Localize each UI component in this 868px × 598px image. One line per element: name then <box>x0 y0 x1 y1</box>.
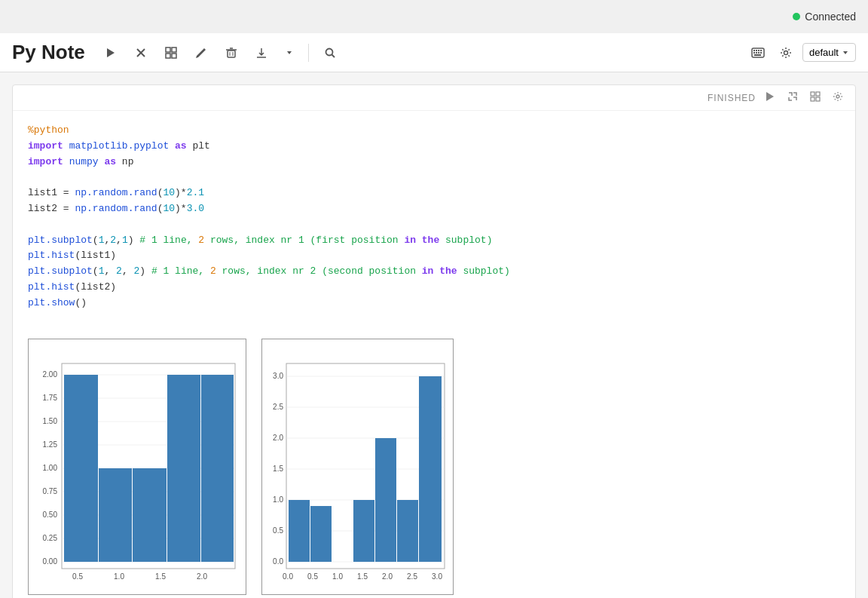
svg-marker-0 <box>107 48 115 57</box>
svg-text:1.25: 1.25 <box>43 440 58 449</box>
svg-rect-32 <box>816 97 820 101</box>
show: plt.show <box>28 297 75 308</box>
notebook-cell: FINISHED <box>12 84 856 598</box>
default-dropdown[interactable]: default <box>802 43 856 62</box>
grid-icon <box>165 47 177 59</box>
cell-settings-button[interactable] <box>830 90 846 106</box>
svg-rect-23 <box>758 52 760 54</box>
svg-text:0.0: 0.0 <box>283 572 293 581</box>
svg-rect-58 <box>99 468 132 562</box>
cell-gear-icon <box>833 91 843 102</box>
svg-text:3.0: 3.0 <box>432 572 442 581</box>
svg-rect-86 <box>353 500 374 562</box>
edit-button[interactable] <box>191 44 212 62</box>
cell-grid-button[interactable] <box>807 90 824 106</box>
svg-point-14 <box>326 48 332 55</box>
svg-text:1.00: 1.00 <box>43 464 58 472</box>
svg-text:1.5: 1.5 <box>155 572 166 581</box>
svg-text:0.00: 0.00 <box>43 557 58 566</box>
delete-button[interactable] <box>221 44 242 62</box>
svg-text:0.5: 0.5 <box>72 572 83 581</box>
svg-text:2.0: 2.0 <box>197 572 207 581</box>
chart2-container: 0.0 0.5 1.0 1.5 2.0 2.5 3.0 0.0 0.5 1.0 … <box>261 339 454 598</box>
import-kw2: import <box>28 156 63 167</box>
svg-rect-29 <box>811 92 815 96</box>
chart1-container: 0.00 0.25 0.50 0.75 1.00 1.25 1.50 1.75 … <box>28 339 246 598</box>
svg-text:3.0: 3.0 <box>273 372 283 380</box>
cell-expand-button[interactable] <box>784 90 801 106</box>
svg-rect-22 <box>756 52 757 54</box>
connection-status: Connected <box>793 11 856 23</box>
svg-text:0.75: 0.75 <box>43 487 58 495</box>
svg-rect-5 <box>166 54 170 58</box>
chart1-svg: 0.00 0.25 0.50 0.75 1.00 1.25 1.50 1.75 … <box>28 339 246 595</box>
svg-text:0.0: 0.0 <box>273 557 283 566</box>
svg-text:1.0: 1.0 <box>273 495 283 504</box>
interrupt-button[interactable] <box>130 44 151 62</box>
dropdown-button[interactable] <box>281 46 298 60</box>
default-label: default <box>809 47 839 58</box>
chart-area: 0.00 0.25 0.50 0.75 1.00 1.25 1.50 1.75 … <box>13 324 855 598</box>
trash-icon <box>225 47 237 59</box>
cell-header: FINISHED <box>13 85 855 111</box>
app-title: Py Note <box>12 41 85 64</box>
download-button[interactable] <box>251 44 272 62</box>
svg-rect-59 <box>133 468 167 562</box>
dropdown-arrow-icon <box>842 50 849 56</box>
toolbar: Py Note <box>0 33 868 72</box>
top-bar: Connected <box>0 0 868 33</box>
svg-rect-7 <box>228 51 235 57</box>
grid-button[interactable] <box>160 44 182 62</box>
subplot1: plt.subplot <box>28 235 93 246</box>
svg-rect-60 <box>167 375 200 562</box>
connection-label: Connected <box>805 11 856 23</box>
keyboard-icon <box>751 48 765 58</box>
svg-rect-24 <box>760 52 762 54</box>
svg-line-15 <box>332 54 335 57</box>
svg-rect-3 <box>166 48 170 52</box>
cell-run-button[interactable] <box>762 90 778 106</box>
svg-text:1.0: 1.0 <box>332 572 343 581</box>
search-icon <box>324 47 336 59</box>
gear-icon <box>780 47 792 59</box>
settings-button[interactable] <box>775 44 796 62</box>
pencil-icon <box>195 47 207 59</box>
svg-text:1.5: 1.5 <box>357 572 368 581</box>
rand1: np.random.rand <box>75 187 157 198</box>
chart2-svg: 0.0 0.5 1.0 1.5 2.0 2.5 3.0 0.0 0.5 1.0 … <box>261 339 454 595</box>
svg-rect-89 <box>419 376 442 562</box>
svg-rect-19 <box>758 50 760 51</box>
svg-point-26 <box>784 51 787 54</box>
svg-rect-88 <box>397 500 418 562</box>
magic-command: %python <box>28 124 69 136</box>
svg-rect-61 <box>201 375 234 562</box>
svg-text:2.5: 2.5 <box>273 403 283 411</box>
svg-rect-57 <box>64 375 98 562</box>
svg-rect-4 <box>172 48 176 52</box>
run-button[interactable] <box>100 44 121 62</box>
search-button[interactable] <box>319 44 341 62</box>
cell-code[interactable]: %python import matplotlib.pyplot as plt … <box>13 111 855 324</box>
svg-text:1.75: 1.75 <box>43 394 58 402</box>
connection-dot <box>793 13 800 20</box>
svg-rect-18 <box>756 50 757 51</box>
svg-text:1.0: 1.0 <box>114 572 124 581</box>
hist1: plt.hist <box>28 250 75 261</box>
subplot2: plt.subplot <box>28 265 93 277</box>
svg-marker-28 <box>766 92 774 101</box>
import-numpy: numpy <box>69 156 99 167</box>
svg-rect-17 <box>753 50 755 51</box>
cell-grid-icon <box>810 91 821 102</box>
svg-text:1.5: 1.5 <box>273 465 283 473</box>
svg-rect-84 <box>289 500 310 562</box>
svg-text:0.5: 0.5 <box>307 572 318 581</box>
import-matplotlib: matplotlib.pyplot <box>69 140 170 152</box>
svg-text:1.50: 1.50 <box>43 417 58 425</box>
right-toolbar: default <box>747 43 856 62</box>
svg-rect-31 <box>811 97 815 101</box>
svg-rect-87 <box>375 438 396 562</box>
svg-rect-30 <box>816 92 820 96</box>
svg-rect-25 <box>754 54 761 56</box>
cell-expand-icon <box>787 91 798 102</box>
keyboard-button[interactable] <box>747 44 769 61</box>
